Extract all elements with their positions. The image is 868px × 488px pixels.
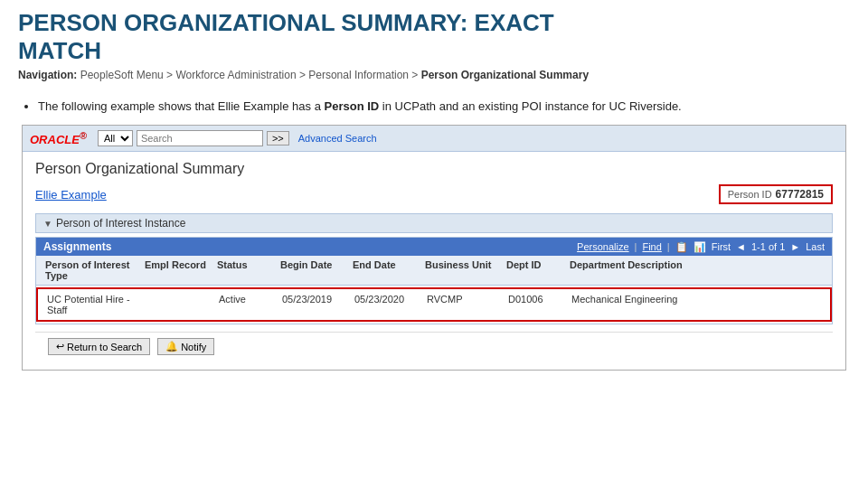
person-id-box: Person ID 67772815 (719, 184, 833, 204)
search-button[interactable]: >> (267, 131, 289, 145)
cell-business-unit: RVCMP (425, 292, 506, 317)
col-header-status: Status (215, 258, 278, 283)
breadcrumb: Navigation: PeopleSoft Menu > Workforce … (18, 69, 850, 81)
cell-end-date: 05/23/2020 (353, 292, 425, 317)
page-header: PERSON ORGANIZATIONAL SUMMARY: EXACT MAT… (0, 0, 868, 92)
nav-next-icon[interactable]: ► (790, 241, 800, 252)
assignments-table-section: Assignments Personalize | Find | 📋 📊 Fir… (35, 237, 833, 324)
cell-dept-id: D01006 (506, 292, 570, 317)
poi-section-label: Person of Interest Instance (56, 217, 185, 230)
table-icon1: 📋 (675, 241, 688, 253)
nav-page-info: 1-1 of 1 (751, 241, 785, 252)
col-header-business-unit: Business Unit (423, 258, 505, 283)
ps-name-row: Ellie Example Person ID 67772815 (35, 184, 833, 204)
col-header-dept-id: Dept ID (505, 258, 568, 283)
person-id-label: Person ID (728, 189, 772, 200)
ps-page-title: Person Organizational Summary (35, 161, 833, 177)
cell-dept-desc: Mechanical Engineering (570, 292, 823, 317)
col-header-end-date: End Date (351, 258, 423, 283)
return-to-search-button[interactable]: ↩ Return to Search (48, 338, 150, 355)
notify-button[interactable]: 🔔 Notify (157, 338, 214, 355)
nav-first[interactable]: First (712, 241, 731, 252)
table-column-headers: Person of Interest Type Empl Record Stat… (36, 256, 832, 286)
table-icon2: 📊 (693, 241, 706, 253)
ps-header-bar: ORACLE® All >> Advanced Search (23, 126, 845, 152)
col-header-dept-desc: Department Description (568, 258, 825, 283)
search-scope-select[interactable]: All (98, 130, 133, 146)
cell-status: Active (217, 292, 280, 317)
table-row: UC Potential Hire - Staff Active 05/23/2… (36, 287, 832, 322)
col-header-empl-record: Empl Record (143, 258, 215, 283)
cell-empl-record (145, 292, 217, 317)
bullet-paragraph: The following example shows that Ellie E… (18, 98, 850, 116)
section-arrow-icon: ▼ (43, 219, 52, 229)
oracle-logo: ORACLE® (30, 130, 87, 146)
notify-icon: 🔔 (165, 341, 178, 352)
cell-poi-type: UC Potential Hire - Staff (45, 292, 145, 317)
peoplesoft-container: ORACLE® All >> Advanced Search Person Or… (22, 125, 846, 371)
ps-search-area[interactable]: All >> Advanced Search (98, 130, 377, 146)
cell-begin-date: 05/23/2019 (280, 292, 353, 317)
col-header-begin-date: Begin Date (278, 258, 351, 283)
find-link[interactable]: Find (642, 241, 661, 252)
nav-last[interactable]: Last (806, 241, 825, 252)
table-header-bar: Assignments Personalize | Find | 📋 📊 Fir… (36, 238, 832, 256)
person-name-link[interactable]: Ellie Example (35, 188, 107, 202)
search-input[interactable] (137, 130, 263, 146)
table-controls: Personalize | Find | 📋 📊 First ◄ 1-1 of … (577, 241, 825, 253)
person-id-value: 67772815 (776, 188, 824, 201)
ps-content-area: Person Organizational Summary Ellie Exam… (23, 152, 845, 370)
return-icon: ↩ (56, 341, 64, 352)
page-title: PERSON ORGANIZATIONAL SUMMARY: EXACT MAT… (18, 9, 850, 65)
advanced-search-link[interactable]: Advanced Search (298, 133, 377, 144)
poi-section-header: ▼ Person of Interest Instance (35, 213, 833, 233)
col-header-poi-type: Person of Interest Type (43, 258, 143, 283)
personalize-link[interactable]: Personalize (577, 241, 628, 252)
page-body: The following example shows that Ellie E… (0, 92, 868, 378)
ps-footer: ↩ Return to Search 🔔 Notify (35, 332, 833, 361)
nav-prev-icon[interactable]: ◄ (736, 241, 746, 252)
table-header-label: Assignments (43, 240, 111, 253)
